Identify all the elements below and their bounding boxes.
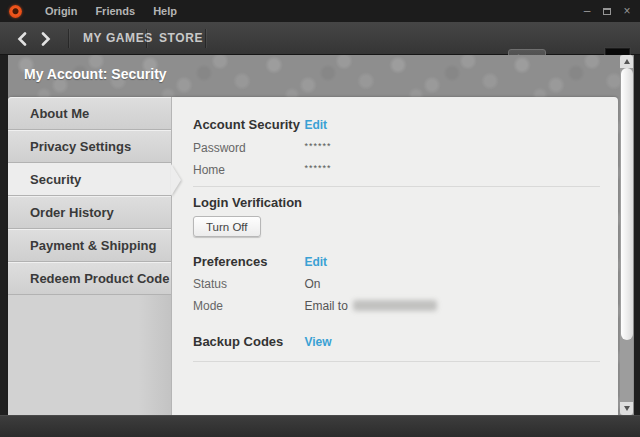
mode-row: Mode Email to xyxy=(193,296,602,314)
section-divider xyxy=(193,361,600,362)
tab-my-games[interactable]: MY GAMES xyxy=(83,22,153,55)
status-label: Status xyxy=(193,277,300,291)
login-verification-header-row: Login Verification xyxy=(193,193,602,211)
back-icon[interactable] xyxy=(14,31,30,47)
preferences-edit-link[interactable]: Edit xyxy=(304,255,327,269)
account-security-edit-link[interactable]: Edit xyxy=(304,118,327,132)
sidebar-item-label: Security xyxy=(30,172,81,187)
password-label: Password xyxy=(193,141,300,155)
nav-bar: MY GAMES STORE 0 darkbigta ebola xyxy=(0,22,640,55)
sidebar-item-redeem-product-code[interactable]: Redeem Product Code xyxy=(8,262,171,295)
sidebar-item-order-history[interactable]: Order History xyxy=(8,196,171,229)
sidebar-item-payment-shipping[interactable]: Payment & Shipping xyxy=(8,229,171,262)
preferences-header-row: Preferences Edit xyxy=(193,252,602,270)
maximize-icon[interactable] xyxy=(600,4,614,18)
status-value: On xyxy=(304,277,320,291)
mode-value: Email to xyxy=(304,299,347,313)
menu-origin[interactable]: Origin xyxy=(36,0,86,22)
backup-codes-heading: Backup Codes xyxy=(193,334,300,349)
sidebar-item-about-me[interactable]: About Me xyxy=(8,97,171,130)
scroll-down-icon[interactable] xyxy=(620,402,633,415)
up-triangle xyxy=(624,59,630,64)
down-triangle xyxy=(624,406,630,411)
nav-separator xyxy=(68,29,69,48)
menu-bar: Origin Friends Help xyxy=(36,0,186,22)
account-security-header-row: Account Security Edit xyxy=(193,115,602,133)
scrollbar-thumb[interactable] xyxy=(621,68,633,340)
status-row: Status On xyxy=(193,274,602,292)
backup-codes-header-row: Backup Codes View xyxy=(193,332,602,350)
menu-friends[interactable]: Friends xyxy=(86,0,144,22)
account-panel: About Me Privacy Settings Security Order… xyxy=(8,97,618,415)
selected-arrow xyxy=(171,164,181,196)
forward-icon[interactable] xyxy=(38,31,54,47)
backup-codes-view-link[interactable]: View xyxy=(304,335,331,349)
menu-help[interactable]: Help xyxy=(144,0,186,22)
mode-label: Mode xyxy=(193,299,300,313)
minimize-icon[interactable]: – xyxy=(580,4,594,18)
close-icon[interactable]: × xyxy=(620,4,634,18)
window-controls: – × xyxy=(580,0,634,22)
scrollbar[interactable] xyxy=(620,55,633,415)
nav-separator xyxy=(146,29,147,48)
security-content: Account Security Edit Password ****** Ho… xyxy=(172,97,618,415)
home-label: Home xyxy=(193,163,300,177)
page-title: My Account: Security xyxy=(24,66,167,82)
origin-logo-icon xyxy=(9,5,22,18)
account-security-heading: Account Security xyxy=(193,117,300,132)
password-value: ****** xyxy=(304,141,331,151)
scroll-up-icon[interactable] xyxy=(620,55,633,68)
nav-separator xyxy=(205,29,206,48)
title-bar: Origin Friends Help – × xyxy=(0,0,640,22)
preferences-heading: Preferences xyxy=(193,254,300,269)
section-divider xyxy=(193,186,600,187)
footer-bar xyxy=(0,415,640,437)
tab-store[interactable]: STORE xyxy=(159,22,203,55)
sidebar: About Me Privacy Settings Security Order… xyxy=(8,97,172,415)
sidebar-item-privacy-settings[interactable]: Privacy Settings xyxy=(8,130,171,163)
home-value: ****** xyxy=(304,163,331,173)
turn-off-button[interactable]: Turn Off xyxy=(193,216,261,237)
redacted-email xyxy=(353,300,437,311)
password-row: Password ****** xyxy=(193,138,602,156)
home-row: Home ****** xyxy=(193,160,602,178)
login-verification-heading: Login Verification xyxy=(193,195,302,210)
maximize-glyph xyxy=(603,8,611,15)
account-page: My Account: Security About Me Privacy Se… xyxy=(8,55,634,415)
sidebar-item-security[interactable]: Security xyxy=(8,163,171,196)
